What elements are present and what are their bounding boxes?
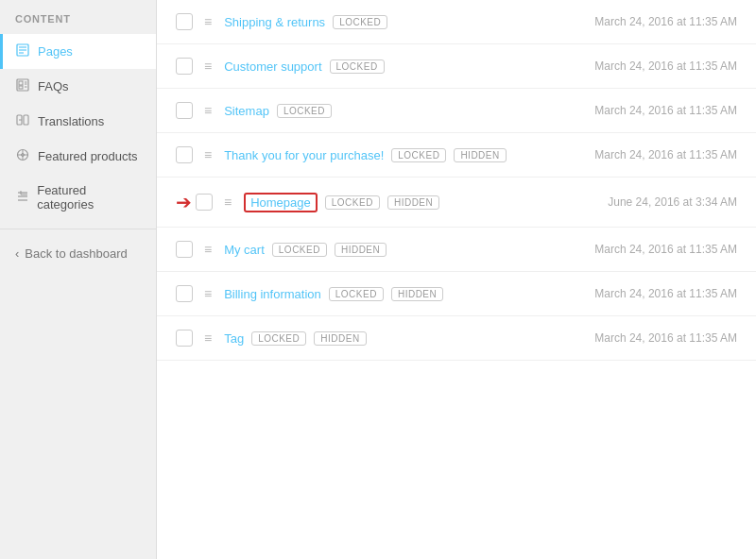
pages-icon bbox=[15, 43, 30, 59]
table-row: ≡ Customer support LOCKED March 24, 2016… bbox=[157, 44, 756, 89]
arrow-indicator: ➔ bbox=[176, 191, 192, 213]
page-name-link[interactable]: Customer support bbox=[224, 59, 321, 74]
page-name-link[interactable]: Homepage bbox=[244, 193, 318, 212]
sidebar-item-translations[interactable]: Translations bbox=[0, 104, 156, 139]
badge-locked: LOCKED bbox=[277, 104, 332, 118]
page-date: March 24, 2016 at 11:35 AM bbox=[576, 104, 737, 117]
table-row: ≡ Billing information LOCKEDHIDDEN March… bbox=[157, 272, 756, 316]
badge-locked: LOCKED bbox=[272, 243, 327, 257]
sidebar-item-featured-products[interactable]: Featured products bbox=[0, 139, 156, 174]
badge-locked: LOCKED bbox=[325, 195, 380, 210]
back-to-dashboard-label: Back to dashboard bbox=[25, 246, 127, 261]
page-date: March 24, 2016 at 11:35 AM bbox=[576, 148, 737, 161]
page-name-link[interactable]: My cart bbox=[224, 243, 265, 257]
drag-handle-icon[interactable]: ≡ bbox=[204, 103, 213, 118]
row-checkbox[interactable] bbox=[196, 194, 213, 211]
svg-rect-6 bbox=[19, 86, 23, 89]
back-to-dashboard-button[interactable]: ‹ Back to dashboard bbox=[0, 237, 156, 270]
badge-locked: LOCKED bbox=[391, 148, 446, 162]
page-info: My cart LOCKEDHIDDEN bbox=[224, 243, 576, 257]
table-row: ≡ My cart LOCKEDHIDDEN March 24, 2016 at… bbox=[157, 228, 756, 272]
page-list: ≡ Shipping & returns LOCKED March 24, 20… bbox=[157, 0, 756, 361]
page-date: June 24, 2016 at 3:34 AM bbox=[589, 195, 737, 209]
table-row: ≡ Thank you for your purchase! LOCKEDHID… bbox=[157, 133, 756, 178]
featured-categories-icon bbox=[15, 190, 29, 206]
drag-handle-icon[interactable]: ≡ bbox=[204, 147, 213, 162]
faqs-icon bbox=[15, 78, 30, 94]
table-row: ≡ Sitemap LOCKED March 24, 2016 at 11:35… bbox=[157, 89, 756, 133]
row-checkbox[interactable] bbox=[176, 285, 193, 302]
translations-icon bbox=[15, 113, 30, 129]
badge-locked: LOCKED bbox=[329, 287, 384, 301]
sidebar: CONTENT Pages FAQs Translations Featured… bbox=[0, 0, 157, 559]
page-date: March 24, 2016 at 11:35 AM bbox=[576, 243, 737, 256]
row-checkbox[interactable] bbox=[176, 102, 193, 119]
table-row: ≡ Tag LOCKEDHIDDEN March 24, 2016 at 11:… bbox=[157, 316, 756, 361]
sidebar-item-label-translations: Translations bbox=[38, 114, 104, 128]
drag-handle-icon[interactable]: ≡ bbox=[204, 14, 213, 29]
svg-rect-11 bbox=[24, 115, 28, 125]
page-date: March 24, 2016 at 11:35 AM bbox=[576, 287, 737, 300]
drag-handle-icon[interactable]: ≡ bbox=[204, 242, 213, 257]
main-content: ≡ Shipping & returns LOCKED March 24, 20… bbox=[157, 0, 756, 559]
badge-hidden: HIDDEN bbox=[335, 243, 387, 257]
page-name-link[interactable]: Thank you for your purchase! bbox=[224, 148, 384, 162]
drag-handle-icon[interactable]: ≡ bbox=[204, 59, 213, 74]
svg-rect-5 bbox=[19, 81, 23, 85]
sidebar-item-label-featured-categories: Featured categories bbox=[37, 183, 141, 212]
drag-handle-icon[interactable]: ≡ bbox=[204, 286, 213, 301]
page-info: Homepage LOCKEDHIDDEN bbox=[244, 193, 589, 212]
sidebar-item-label-featured-products: Featured products bbox=[38, 149, 138, 163]
table-row: ➔ ≡ Homepage LOCKEDHIDDEN June 24, 2016 … bbox=[157, 178, 756, 228]
row-checkbox[interactable] bbox=[176, 58, 193, 75]
page-name-link[interactable]: Sitemap bbox=[224, 104, 269, 118]
badge-locked: LOCKED bbox=[333, 15, 387, 29]
sidebar-item-label-faqs: FAQs bbox=[38, 79, 69, 93]
badge-hidden: HIDDEN bbox=[391, 287, 443, 301]
page-name-link[interactable]: Tag bbox=[224, 331, 244, 346]
sidebar-header: CONTENT bbox=[0, 0, 156, 34]
page-date: March 24, 2016 at 11:35 AM bbox=[576, 15, 737, 28]
page-info: Tag LOCKEDHIDDEN bbox=[224, 331, 576, 346]
sidebar-item-pages[interactable]: Pages bbox=[0, 34, 156, 69]
page-info: Thank you for your purchase! LOCKEDHIDDE… bbox=[224, 148, 576, 162]
page-info: Billing information LOCKEDHIDDEN bbox=[224, 287, 576, 301]
page-name-link[interactable]: Billing information bbox=[224, 287, 321, 301]
badge-hidden: HIDDEN bbox=[314, 331, 366, 346]
badge-hidden: HIDDEN bbox=[454, 148, 506, 162]
sidebar-divider bbox=[0, 229, 156, 229]
drag-handle-icon[interactable]: ≡ bbox=[224, 195, 232, 210]
badge-hidden: HIDDEN bbox=[387, 195, 439, 210]
row-checkbox[interactable] bbox=[176, 13, 193, 30]
badge-locked: LOCKED bbox=[330, 59, 385, 74]
page-info: Sitemap LOCKED bbox=[224, 104, 576, 118]
row-checkbox[interactable] bbox=[176, 146, 193, 163]
row-checkbox[interactable] bbox=[176, 241, 193, 258]
featured-products-icon bbox=[15, 148, 30, 164]
table-row: ≡ Shipping & returns LOCKED March 24, 20… bbox=[157, 0, 756, 44]
page-info: Shipping & returns LOCKED bbox=[224, 15, 576, 29]
sidebar-item-faqs[interactable]: FAQs bbox=[0, 69, 156, 104]
page-name-link[interactable]: Shipping & returns bbox=[224, 15, 325, 29]
page-info: Customer support LOCKED bbox=[224, 59, 576, 74]
sidebar-item-label-pages: Pages bbox=[38, 44, 73, 59]
page-date: March 24, 2016 at 11:35 AM bbox=[576, 59, 737, 73]
page-date: March 24, 2016 at 11:35 AM bbox=[576, 331, 737, 345]
badge-locked: LOCKED bbox=[251, 331, 306, 346]
chevron-left-icon: ‹ bbox=[15, 246, 19, 261]
sidebar-item-featured-categories[interactable]: Featured categories bbox=[0, 174, 156, 221]
row-checkbox[interactable] bbox=[176, 330, 193, 347]
drag-handle-icon[interactable]: ≡ bbox=[204, 330, 213, 346]
